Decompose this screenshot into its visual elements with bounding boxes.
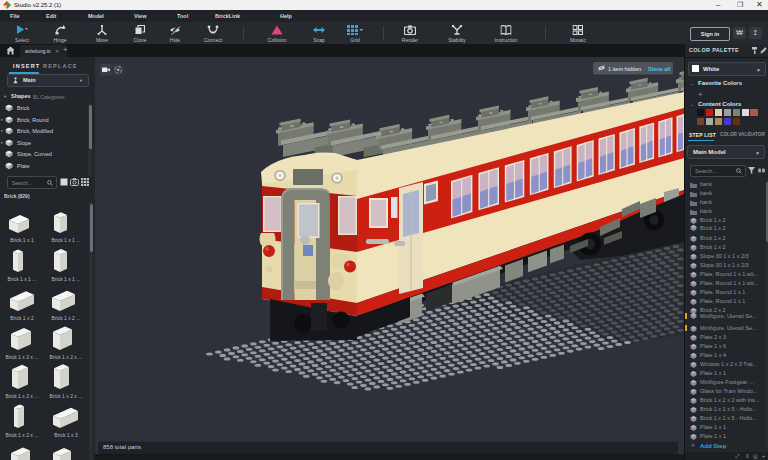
svg-text:858 total parts: 858 total parts <box>103 444 141 450</box>
svg-text:Show all: Show all <box>648 66 671 72</box>
svg-text:1 item hidden: 1 item hidden <box>608 66 641 72</box>
